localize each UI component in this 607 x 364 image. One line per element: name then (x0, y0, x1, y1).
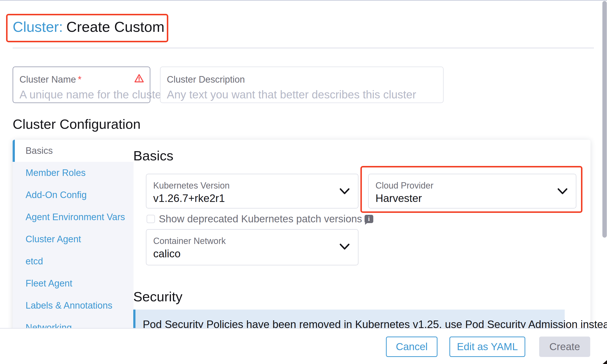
mouse-cursor-icon (603, 360, 607, 364)
cloud-provider-select[interactable]: Cloud Provider Harvester (368, 174, 576, 208)
tab-add-on-config[interactable]: Add-On Config (13, 184, 134, 206)
tab-fleet-agent[interactable]: Fleet Agent (13, 273, 134, 295)
tab-label: Add-On Config (26, 190, 87, 200)
tab-agent-environment-vars[interactable]: Agent Environment Vars (13, 206, 134, 228)
kubernetes-version-select[interactable]: Kubernetes Version v1.26.7+rke2r1 (146, 174, 358, 208)
container-network-select[interactable]: Container Network calico (146, 229, 358, 265)
tab-label: Cluster Agent (26, 234, 81, 245)
page-top-border (0, 0, 607, 1)
cloud-provider-label: Cloud Provider (376, 181, 433, 191)
deprecated-versions-row: Show deprecated Kubernetes patch version… (147, 214, 373, 224)
security-section-heading: Security (133, 289, 182, 304)
tab-label: Member Roles (26, 168, 86, 178)
scrollbar-thumb[interactable] (602, 1, 607, 238)
cluster-description-field[interactable]: Cluster Description Any text you want th… (160, 66, 444, 103)
cluster-description-placeholder: Any text you want that better describes … (167, 88, 416, 101)
chevron-down-icon (339, 243, 350, 250)
edit-as-yaml-button[interactable]: Edit as YAML (449, 337, 525, 357)
cancel-button[interactable]: Cancel (386, 337, 437, 357)
tab-member-roles[interactable]: Member Roles (13, 162, 134, 184)
basics-section-heading: Basics (133, 148, 173, 164)
tab-label: Basics (26, 145, 53, 156)
cluster-name-label: Cluster Name* (19, 74, 81, 85)
kubernetes-version-value: v1.26.7+rke2r1 (153, 192, 225, 204)
page-title-prefix: Cluster: (13, 19, 63, 35)
tab-label: Agent Environment Vars (26, 212, 125, 222)
tab-basics[interactable]: Basics (13, 140, 134, 162)
deprecated-versions-checkbox[interactable] (147, 215, 155, 223)
tab-etcd[interactable]: etcd (13, 250, 134, 273)
footer-action-bar: Cancel Edit as YAML Create (0, 328, 607, 364)
cluster-name-field[interactable]: Cluster Name* A unique name for the clus… (13, 66, 150, 103)
cluster-configuration-heading: Cluster Configuration (13, 116, 141, 132)
container-network-label: Container Network (153, 236, 226, 246)
info-icon[interactable]: i (364, 215, 373, 223)
cluster-name-placeholder: A unique name for the cluster (19, 88, 165, 101)
page-title-suffix: Create Custom (66, 19, 164, 35)
cluster-description-label: Cluster Description (167, 74, 245, 85)
page: Cluster:Create Custom Cluster Name* A un… (0, 0, 607, 364)
kubernetes-version-label: Kubernetes Version (153, 181, 229, 191)
cloud-provider-value: Harvester (376, 192, 422, 204)
chevron-down-icon (339, 188, 350, 195)
tab-label: Labels & Annotations (26, 300, 112, 311)
active-tab-indicator (13, 140, 15, 162)
warning-icon (134, 74, 144, 83)
tab-label: etcd (26, 256, 43, 267)
required-asterisk: * (78, 74, 81, 85)
tab-labels-annotations[interactable]: Labels & Annotations (13, 295, 134, 317)
tab-label: Fleet Agent (26, 278, 72, 289)
tab-cluster-agent[interactable]: Cluster Agent (13, 228, 134, 250)
page-title: Cluster:Create Custom (13, 19, 164, 35)
chevron-down-icon (557, 188, 567, 195)
create-button[interactable]: Create (539, 337, 590, 357)
title-divider (13, 48, 594, 48)
container-network-value: calico (153, 247, 181, 260)
deprecated-versions-label[interactable]: Show deprecated Kubernetes patch version… (159, 213, 362, 225)
